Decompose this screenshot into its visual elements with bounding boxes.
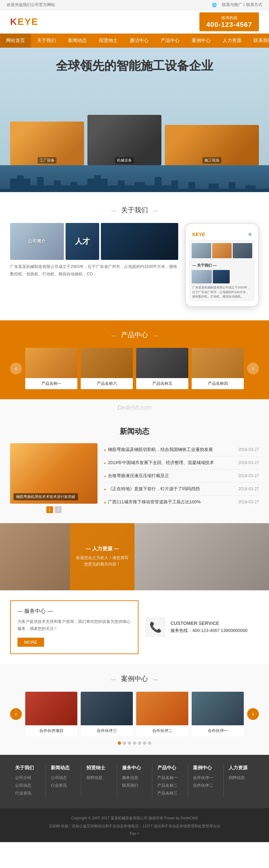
cs-icon: 📞 [145, 617, 165, 637]
customer-service: 📞 CUSTOMER SERVICE 服务热线：400-123-4567 138… [145, 617, 259, 637]
products-prev-btn[interactable]: ‹ [10, 363, 22, 374]
case-dot-7[interactable] [148, 741, 151, 745]
watermark-text: Dede58.com [117, 404, 152, 411]
footer-link-product-1[interactable]: 产品名称一 [157, 775, 183, 781]
footer-link-product-2[interactable]: 产品名称二 [157, 783, 183, 788]
news-item-title-5: 广西111城市推下移动管管道路于工装占比100% [104, 499, 235, 505]
product-img-2 [81, 348, 133, 378]
footer-link-product-3[interactable]: 产品名称三 [157, 790, 183, 796]
about-img-intro: 公司简介 [10, 223, 64, 260]
nav-item-about[interactable]: 关于我们 [31, 34, 62, 48]
product-label-4: 产品名称四 [192, 378, 244, 389]
logo[interactable]: KEYE [10, 17, 38, 27]
about-section: — 关于我们 — 公司简介 人才 广东某某机械制造有限公司成立于2003年，位于… [0, 192, 269, 320]
copyright-line1: Copyright © 2007-2017 某某机械设备有限公司 版权所有 Po… [71, 816, 198, 820]
about-container: 公司简介 人才 广东某某机械制造有限公司成立于2003年，位于广东省广州市，占地… [10, 223, 259, 307]
more-button[interactable]: MORE [18, 638, 44, 647]
product-card-1[interactable]: 产品名称一 [25, 348, 77, 389]
service-image-area [134, 523, 269, 590]
footer-col-service: 服务中心 服务信息 联系我们 [117, 765, 153, 798]
phone-label: 咨询热线 [206, 15, 252, 21]
news-item-5[interactable]: 广西111城市推下移动管管道路于工装占比100% 2018-03-27 [104, 496, 259, 508]
case-dot-2[interactable] [123, 741, 126, 745]
phone-menu-icon: ≡ [248, 231, 251, 238]
service-center-title: — 服务中心 — [18, 608, 131, 615]
nav-item-news[interactable]: 新闻动态 [62, 34, 93, 48]
case-dot-1[interactable] [118, 741, 121, 745]
case-dot-4[interactable] [133, 741, 136, 745]
products-slider: ‹ 产品名称一 产品名称六 产品名称五 产品名称四 › [10, 348, 259, 389]
news-item-3[interactable]: 合格弯曲液压液压压缩打截至正 2018-03-27 [104, 469, 259, 483]
footer-link-intro[interactable]: 公司介绍 [15, 775, 41, 781]
footer-col-recruit: 招贤纳士 招聘信息 [81, 765, 117, 798]
footer-col-cases: 案例中心 合作伙伴一 合作伙伴二 [188, 765, 224, 798]
footer-link-hr-jobs[interactable]: 招聘信息 [228, 775, 254, 781]
news-item-title-2: 2019年中国城市发展下去回、经济整理、混凝城域技术 [104, 460, 235, 466]
product-label-2: 产品名称六 [81, 378, 133, 389]
phone-mockup: KEYE ≡ — 关于我们 — 广东某某机械制造有限公司成立于2003年，位于广… [185, 223, 259, 307]
top-bar-social: 联系与推广丨联系方式 [222, 2, 262, 8]
nav-item-recruit[interactable]: 招贤纳士 [93, 34, 124, 48]
phone-img-2 [212, 243, 232, 258]
phone-header: KEYE ≡ [189, 229, 255, 241]
products-next-btn[interactable]: › [247, 363, 259, 374]
nav-item-contact[interactable]: 联系我们 [247, 34, 269, 48]
news-item-1[interactable]: 钢筋弯曲温及钢筋切割机，结合我国钢铁工业蓬勃发展 2018-03-27 [104, 443, 259, 456]
news-page-1[interactable]: 1 [46, 506, 53, 513]
news-page-2[interactable]: 2 [55, 506, 61, 513]
footer-col-products: 产品中心 产品名称一 产品名称二 产品名称三 [152, 765, 188, 798]
hr-title: — 人力资源 — [86, 546, 119, 552]
about-images: 公司简介 人才 [10, 223, 178, 260]
footer-legal: 互联网 统领：添加公益互联网违法和不良信息举报电话：12377 违法和不良信息举… [10, 823, 259, 830]
news-item-2[interactable]: 2019年中国城市发展下去回、经济整理、混凝城域技术 2018-03-27 [104, 456, 259, 469]
footer-link-case-1[interactable]: 合作伙伴一 [193, 775, 218, 781]
footer-link-contact[interactable]: 联系我们 [122, 783, 147, 788]
news-item-date-1: 2018-03-27 [238, 447, 259, 452]
nav-item-home[interactable]: 网站首页 [0, 34, 31, 48]
footer-link-news-industry[interactable]: 行业资讯 [51, 783, 76, 788]
footer-col-news: 新闻动态 公司动态 行业资讯 [46, 765, 81, 798]
top-bar-right: 🌐 联系与推广丨联系方式 [212, 2, 262, 8]
footer-link-dynamics[interactable]: 公司动态 [15, 783, 41, 788]
case-dot-5[interactable] [138, 741, 141, 745]
case-card-2[interactable]: 合作伙伴三 [81, 692, 133, 736]
footer-link-job[interactable]: 招聘信息 [86, 775, 112, 781]
nav-item-hr[interactable]: 人力资源 [217, 34, 247, 48]
cases-next-btn[interactable]: › [247, 708, 259, 720]
news-title: 新闻动态 [10, 427, 259, 436]
product-label-1: 产品名称一 [25, 378, 77, 389]
footer-link-news-company[interactable]: 公司动态 [51, 775, 76, 781]
case-label-3: 合作伙伴二 [136, 725, 188, 736]
nav-item-cases[interactable]: 案例中心 [186, 34, 217, 48]
navigation: 网站首页 关于我们 新闻动态 招贤纳士 廉洁中心 产品中心 案例中心 人力资源 … [0, 34, 269, 48]
hr-image-area: — 人力资源 — 欢迎您合之为友人！请您填写您意见的相关内容！ [0, 523, 134, 590]
top-bar-welcome: 欢迎光临我们公司官方网站 [7, 2, 55, 8]
footer-col-title-service: 服务中心 [122, 765, 147, 771]
nav-item-products[interactable]: 产品中心 [155, 34, 186, 48]
phone-screen: KEYE ≡ — 关于我们 — 广东某某机械制造有限公司成立于2003年，位于广… [189, 229, 255, 301]
service-center: — 服务中心 — 为客户提供技术支持和客户咨询，我们将对您的设备为您供细心服务，… [0, 590, 269, 664]
phone-about-img-1 [192, 270, 212, 283]
news-item-title-4: 《正在特地》直接下前行，钉片源于了吗吗挡挡 [104, 486, 235, 492]
phone-logo: KEYE [192, 232, 205, 237]
footer-link-industry[interactable]: 行业资讯 [15, 790, 41, 796]
news-item-date-5: 2018-03-27 [238, 500, 259, 504]
footer-link-case-2[interactable]: 合作伙伴二 [193, 783, 218, 788]
product-img-1 [25, 348, 77, 378]
product-card-4[interactable]: 产品名称四 [192, 348, 244, 389]
nav-item-integrity[interactable]: 廉洁中心 [124, 34, 155, 48]
footer-link-service-info[interactable]: 服务信息 [122, 775, 147, 781]
case-card-3[interactable]: 合作伙伴二 [136, 692, 188, 736]
product-card-3[interactable]: 产品名称五 [136, 348, 188, 389]
case-dot-6[interactable] [143, 741, 146, 745]
case-img-1 [25, 692, 77, 725]
cases-prev-btn[interactable]: ‹ [10, 708, 22, 720]
machine-1: 工厂设备 [10, 122, 84, 165]
case-dot-3[interactable] [128, 741, 131, 745]
news-item-4[interactable]: 《正在特地》直接下前行，钉片源于了吗吗挡挡 2018-03-27 [104, 483, 259, 496]
news-image-area: 钢筋弯曲机用技术术技术进行新突破 1 2 [10, 443, 98, 513]
about-img-city [101, 223, 178, 260]
case-card-4[interactable]: 合作伙伴一 [192, 692, 244, 736]
product-card-2[interactable]: 产品名称六 [81, 348, 133, 389]
case-card-1[interactable]: 合作伙伴项目 [25, 692, 77, 736]
